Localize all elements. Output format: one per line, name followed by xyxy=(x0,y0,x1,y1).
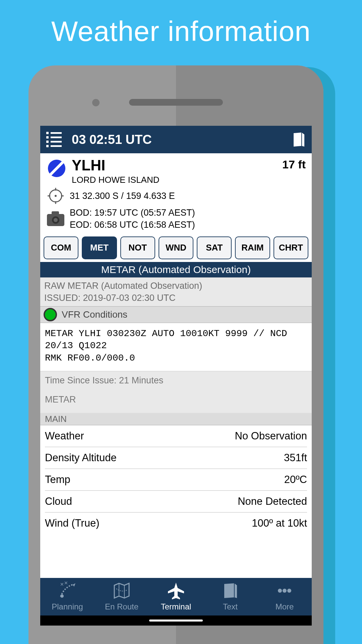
row-label: Temp xyxy=(45,474,70,486)
row-value: None Detected xyxy=(238,495,307,507)
app-screen: 03 02:51 UTC YLHI LORD HOWE ISLAN xyxy=(40,126,312,626)
airport-header: YLHI LORD HOWE ISLAND 17 ft 31 3 xyxy=(40,153,312,234)
svg-point-19 xyxy=(283,589,287,593)
row-label: Wind (True) xyxy=(45,517,99,529)
phone-frame: 03 02:51 UTC YLHI LORD HOWE ISLAN xyxy=(28,65,323,644)
airport-status-icon xyxy=(46,158,67,179)
phone-camera-dot xyxy=(92,99,100,106)
metar-sublabel: METAR xyxy=(45,394,307,405)
time-since-block: Time Since Issue: 21 Minutes METAR xyxy=(40,371,312,413)
table-row: Density Altitude 351ft xyxy=(45,447,307,469)
bottom-nav: ✕ ✕ Planning En Route xyxy=(40,578,312,626)
airport-elevation: 17 ft xyxy=(282,158,306,171)
airport-code: YLHI xyxy=(72,158,264,173)
svg-text:✕: ✕ xyxy=(60,582,64,587)
camera-icon[interactable] xyxy=(46,210,65,227)
nav-label: More xyxy=(276,602,294,611)
svg-point-12 xyxy=(60,594,64,598)
row-label: Cloud xyxy=(45,495,72,507)
android-nav-bar xyxy=(40,615,312,626)
row-label: Weather xyxy=(45,430,84,442)
airport-name: LORD HOWE ISLAND xyxy=(72,175,264,185)
home-indicator[interactable] xyxy=(149,620,203,622)
text-book-icon xyxy=(221,581,240,600)
main-section-label: MAIN xyxy=(40,413,312,425)
raw-metar-header: RAW METAR (Automated Observation) ISSUED… xyxy=(40,277,312,307)
nav-label: Text xyxy=(223,602,238,611)
vfr-status-text: VFR Conditions xyxy=(62,309,127,320)
airport-coords: 31 32.300 S / 159 4.633 E xyxy=(70,191,175,201)
nav-label: En Route xyxy=(105,602,138,611)
promo-title: Weather information xyxy=(0,0,362,58)
crosshair-icon xyxy=(46,187,65,205)
raw-metar-label: RAW METAR (Automated Observation) xyxy=(44,280,308,292)
airplane-icon xyxy=(167,581,185,600)
tab-met[interactable]: MET xyxy=(82,236,117,259)
raw-metar-issued: ISSUED: 2019-07-03 02:30 UTC xyxy=(44,292,308,304)
table-row: Wind (True) 100º at 10kt xyxy=(45,513,307,534)
tab-chrt[interactable]: CHRT xyxy=(274,236,308,259)
book-icon[interactable] xyxy=(292,132,306,147)
row-value: 20ºC xyxy=(284,474,307,486)
tab-wnd[interactable]: WND xyxy=(159,236,193,259)
svg-point-18 xyxy=(278,589,282,593)
airport-eod: EOD: 06:58 UTC (16:58 AEST) xyxy=(70,219,195,231)
more-dots-icon xyxy=(275,581,294,600)
tab-com[interactable]: COM xyxy=(44,236,78,259)
status-dot-icon xyxy=(44,308,57,321)
nav-label: Planning xyxy=(52,602,83,611)
app-header: 03 02:51 UTC xyxy=(40,126,312,153)
vfr-status-row: VFR Conditions xyxy=(40,307,312,323)
tab-raim[interactable]: RAIM xyxy=(235,236,270,259)
planning-icon: ✕ ✕ xyxy=(58,581,77,600)
airport-bod: BOD: 19:57 UTC (05:57 AEST) xyxy=(70,207,195,219)
row-label: Density Altitude xyxy=(45,452,117,464)
svg-rect-9 xyxy=(52,211,59,215)
row-value: 351ft xyxy=(284,452,307,464)
metar-raw-text: METAR YLHI 030230Z AUTO 10010KT 9999 // … xyxy=(40,323,312,371)
svg-point-11 xyxy=(54,218,58,222)
info-tabs: COM MET NOT WND SAT RAIM CHRT xyxy=(40,234,312,262)
menu-list-icon[interactable] xyxy=(46,132,62,147)
map-icon xyxy=(112,581,131,600)
svg-point-20 xyxy=(287,589,291,593)
svg-point-3 xyxy=(55,195,57,197)
tab-sat[interactable]: SAT xyxy=(197,236,232,259)
svg-text:✕: ✕ xyxy=(64,581,68,586)
header-time: 03 02:51 UTC xyxy=(72,132,152,147)
nav-label: Terminal xyxy=(161,602,191,611)
table-row: Cloud None Detected xyxy=(45,491,307,513)
table-row: Weather No Observation xyxy=(45,425,307,447)
time-since-text: Time Since Issue: 21 Minutes xyxy=(45,375,307,386)
svg-marker-13 xyxy=(73,583,75,587)
tab-not[interactable]: NOT xyxy=(120,236,155,259)
table-row: Temp 20ºC xyxy=(45,469,307,491)
metar-data-table: Weather No Observation Density Altitude … xyxy=(40,425,312,534)
row-value: 100º at 10kt xyxy=(252,517,307,529)
metar-section-title: METAR (Automated Observation) xyxy=(40,262,312,277)
phone-speaker xyxy=(129,99,223,106)
row-value: No Observation xyxy=(235,430,307,442)
